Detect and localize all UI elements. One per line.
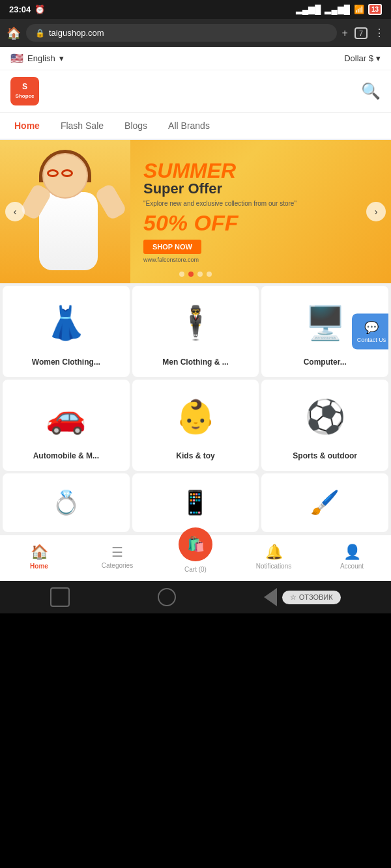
nav-account[interactable]: 👤 Account [313, 544, 391, 570]
add-tab-icon[interactable]: + [342, 27, 348, 39]
search-icon[interactable]: 🔍 [361, 82, 381, 100]
contact-chat-icon: 💬 [364, 320, 379, 335]
battery-indicator: 13 [368, 4, 382, 15]
otzovik-badge: ☆ ОТЗОВИК [282, 591, 341, 604]
more-options-icon[interactable]: ⋮ [374, 27, 384, 39]
signal-icon-2: ▂▄▆█ [325, 5, 349, 14]
logo-text: SShopee [16, 83, 35, 100]
banner-next-button[interactable]: › [366, 202, 386, 221]
time: 23:04 [9, 5, 31, 14]
category-sports-outdoor[interactable]: ⚽ Sports & outdoor [261, 380, 388, 471]
automobile-image: 🚗 [8, 387, 124, 446]
url-bar[interactable]: 🔒 taigushop.com [26, 24, 337, 42]
cart-nav-label: Cart (0) [184, 566, 207, 573]
security-icon: 🔒 [35, 29, 45, 38]
tab-all-brands[interactable]: All Brands [158, 113, 220, 139]
app-header: SShopee 🔍 [0, 70, 391, 113]
currency-selector[interactable]: Dollar $ ▾ [344, 53, 381, 63]
browser-home-icon[interactable]: 🏠 [7, 26, 21, 40]
account-nav-icon: 👤 [343, 544, 361, 561]
category-jewelry[interactable]: 💍 [3, 473, 130, 532]
system-back-button[interactable] [264, 588, 277, 606]
cart-icon: 🛍️ [187, 536, 205, 553]
otzovik-icon: ☆ [290, 593, 297, 602]
computer-label: Computer... [304, 357, 347, 367]
categories-nav-icon: ☰ [111, 544, 123, 560]
home-nav-label: Home [30, 563, 48, 570]
system-home-button[interactable] [158, 588, 176, 606]
banner-container: SUMMER Super Offer "Explore new and excl… [0, 140, 391, 283]
banner-prev-button[interactable]: ‹ [5, 202, 25, 221]
tab-flash-sale[interactable]: Flash Sale [50, 113, 114, 139]
banner-discount-text: 50% OFF [143, 210, 378, 236]
phone-image: 📱 [181, 489, 210, 516]
notifications-nav-icon: 🔔 [265, 544, 283, 561]
kids-toy-image: 👶 [138, 387, 254, 446]
flag-icon: 🇺🇸 [10, 52, 23, 64]
category-grid: 👗 Women Clothing... 🕴️ Men Clothing & ..… [0, 283, 391, 473]
banner: SUMMER Super Offer "Explore new and excl… [0, 140, 391, 283]
jewelry-image: 💍 [51, 489, 81, 516]
category-computer[interactable]: 🖥️ Computer... 💬 Contact Us [261, 286, 388, 377]
category-automobile[interactable]: 🚗 Automobile & M... [3, 380, 130, 471]
nav-cart[interactable]: 🛍️ Cart (0) [156, 540, 235, 573]
sports-outdoor-image: ⚽ [267, 387, 383, 446]
main-content: SUMMER Super Offer "Explore new and excl… [0, 140, 391, 535]
currency-chevron-icon: ▾ [376, 53, 381, 63]
bottom-nav: 🏠 Home ☰ Categories 🛍️ Cart (0) 🔔 Notifi… [0, 535, 391, 581]
category-makeup[interactable]: 🖌️ [261, 473, 388, 532]
language-selector[interactable]: 🇺🇸 English ▾ [10, 52, 64, 64]
system-bar: ☆ ОТЗОВИК [0, 581, 391, 613]
browser-bar: 🏠 🔒 taigushop.com + 7 ⋮ [0, 19, 391, 47]
nav-categories[interactable]: ☰ Categories [78, 544, 156, 569]
tab-blogs[interactable]: Blogs [114, 113, 158, 139]
currency-label: Dollar $ [344, 53, 373, 63]
makeup-image: 🖌️ [310, 489, 340, 516]
browser-actions: + 7 ⋮ [342, 27, 384, 39]
signal-icon-1: ▂▄▆█ [296, 5, 321, 14]
women-clothing-image: 👗 [8, 294, 124, 352]
contact-us-button[interactable]: 💬 Contact Us [352, 314, 388, 350]
home-nav-icon: 🏠 [31, 544, 48, 561]
categories-nav-label: Categories [102, 562, 133, 569]
tab-home[interactable]: Home [4, 113, 50, 139]
category-women-clothing[interactable]: 👗 Women Clothing... [3, 286, 130, 377]
status-bar: 23:04 ⏰ ▂▄▆█ ▂▄▆█ 📶 13 [0, 0, 391, 19]
kids-toy-label: Kids & toy [176, 451, 214, 460]
banner-summer-text: SUMMER [143, 160, 378, 181]
category-kids-toy[interactable]: 👶 Kids & toy [132, 380, 259, 471]
banner-explore-text: "Explore new and exclusive collection fr… [143, 199, 378, 208]
status-right: ▂▄▆█ ▂▄▆█ 📶 13 [296, 4, 382, 15]
men-clothing-label: Men Clothing & ... [162, 357, 228, 367]
account-nav-label: Account [340, 563, 364, 570]
men-clothing-image: 🕴️ [138, 294, 254, 352]
shop-now-button[interactable]: SHOP NOW [143, 240, 201, 254]
status-left: 23:04 ⏰ [9, 5, 45, 14]
category-men-clothing[interactable]: 🕴️ Men Clothing & ... [132, 286, 259, 377]
url-text: taigushop.com [49, 28, 104, 38]
nav-notifications[interactable]: 🔔 Notifications [235, 544, 313, 570]
wifi-icon: 📶 [354, 5, 364, 14]
contact-label: Contact Us [357, 337, 386, 343]
nav-home[interactable]: 🏠 Home [0, 544, 78, 570]
banner-super-offer-text: Super Offer [143, 181, 378, 197]
automobile-label: Automobile & M... [33, 451, 99, 460]
category-phone[interactable]: 📱 [132, 473, 259, 532]
system-back-area: ☆ ОТЗОВИК [264, 588, 341, 606]
language-label: English [27, 53, 55, 63]
partial-category-row: 💍 📱 🖌️ [0, 473, 391, 535]
cart-button[interactable]: 🛍️ [179, 527, 212, 561]
sports-outdoor-label: Sports & outdoor [293, 451, 357, 460]
women-clothing-label: Women Clothing... [32, 357, 100, 367]
otzovik-text: ОТЗОВИК [299, 593, 333, 601]
language-bar: 🇺🇸 English ▾ Dollar $ ▾ [0, 47, 391, 70]
tab-count[interactable]: 7 [355, 27, 368, 39]
nav-tabs: Home Flash Sale Blogs All Brands [0, 113, 391, 140]
shopee-logo[interactable]: SShopee [10, 77, 39, 105]
notifications-nav-label: Notifications [256, 563, 291, 570]
language-chevron-icon: ▾ [59, 53, 64, 63]
system-square-button[interactable] [50, 587, 70, 607]
banner-text-area: SUMMER Super Offer "Explore new and excl… [130, 147, 391, 276]
alarm-icon: ⏰ [35, 5, 45, 14]
category-section: 👗 Women Clothing... 🕴️ Men Clothing & ..… [0, 283, 391, 473]
